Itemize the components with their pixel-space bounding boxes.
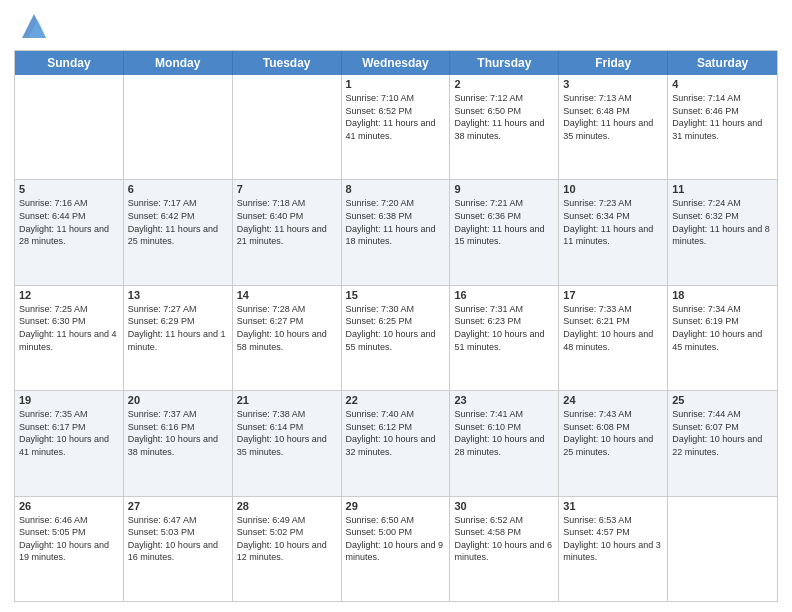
- day-number: 5: [19, 183, 119, 195]
- day-info: Sunrise: 7:37 AM Sunset: 6:16 PM Dayligh…: [128, 408, 228, 458]
- header: [14, 10, 778, 44]
- calendar-cell: 16Sunrise: 7:31 AM Sunset: 6:23 PM Dayli…: [450, 286, 559, 390]
- day-info: Sunrise: 6:47 AM Sunset: 5:03 PM Dayligh…: [128, 514, 228, 564]
- weekday-header-tuesday: Tuesday: [233, 51, 342, 75]
- day-info: Sunrise: 7:18 AM Sunset: 6:40 PM Dayligh…: [237, 197, 337, 247]
- day-info: Sunrise: 7:34 AM Sunset: 6:19 PM Dayligh…: [672, 303, 773, 353]
- day-number: 13: [128, 289, 228, 301]
- calendar-cell: 14Sunrise: 7:28 AM Sunset: 6:27 PM Dayli…: [233, 286, 342, 390]
- day-number: 18: [672, 289, 773, 301]
- day-info: Sunrise: 7:13 AM Sunset: 6:48 PM Dayligh…: [563, 92, 663, 142]
- calendar-cell: 5Sunrise: 7:16 AM Sunset: 6:44 PM Daylig…: [15, 180, 124, 284]
- day-number: 22: [346, 394, 446, 406]
- day-number: 11: [672, 183, 773, 195]
- day-number: 27: [128, 500, 228, 512]
- day-info: Sunrise: 7:14 AM Sunset: 6:46 PM Dayligh…: [672, 92, 773, 142]
- day-number: 12: [19, 289, 119, 301]
- calendar-row-1: 5Sunrise: 7:16 AM Sunset: 6:44 PM Daylig…: [15, 179, 777, 284]
- calendar-row-3: 19Sunrise: 7:35 AM Sunset: 6:17 PM Dayli…: [15, 390, 777, 495]
- calendar-cell: 17Sunrise: 7:33 AM Sunset: 6:21 PM Dayli…: [559, 286, 668, 390]
- calendar: SundayMondayTuesdayWednesdayThursdayFrid…: [14, 50, 778, 602]
- day-number: 4: [672, 78, 773, 90]
- day-info: Sunrise: 7:17 AM Sunset: 6:42 PM Dayligh…: [128, 197, 228, 247]
- calendar-cell: 29Sunrise: 6:50 AM Sunset: 5:00 PM Dayli…: [342, 497, 451, 601]
- day-number: 15: [346, 289, 446, 301]
- calendar-cell: 12Sunrise: 7:25 AM Sunset: 6:30 PM Dayli…: [15, 286, 124, 390]
- day-number: 24: [563, 394, 663, 406]
- calendar-cell: [668, 497, 777, 601]
- calendar-cell: 31Sunrise: 6:53 AM Sunset: 4:57 PM Dayli…: [559, 497, 668, 601]
- day-number: 20: [128, 394, 228, 406]
- calendar-cell: 4Sunrise: 7:14 AM Sunset: 6:46 PM Daylig…: [668, 75, 777, 179]
- calendar-cell: 10Sunrise: 7:23 AM Sunset: 6:34 PM Dayli…: [559, 180, 668, 284]
- day-number: 1: [346, 78, 446, 90]
- calendar-cell: 8Sunrise: 7:20 AM Sunset: 6:38 PM Daylig…: [342, 180, 451, 284]
- day-number: 30: [454, 500, 554, 512]
- calendar-cell: 11Sunrise: 7:24 AM Sunset: 6:32 PM Dayli…: [668, 180, 777, 284]
- calendar-cell: 26Sunrise: 6:46 AM Sunset: 5:05 PM Dayli…: [15, 497, 124, 601]
- day-number: 10: [563, 183, 663, 195]
- day-number: 6: [128, 183, 228, 195]
- day-info: Sunrise: 7:24 AM Sunset: 6:32 PM Dayligh…: [672, 197, 773, 247]
- day-info: Sunrise: 6:46 AM Sunset: 5:05 PM Dayligh…: [19, 514, 119, 564]
- calendar-cell: 2Sunrise: 7:12 AM Sunset: 6:50 PM Daylig…: [450, 75, 559, 179]
- calendar-cell: 21Sunrise: 7:38 AM Sunset: 6:14 PM Dayli…: [233, 391, 342, 495]
- day-number: 26: [19, 500, 119, 512]
- day-info: Sunrise: 7:43 AM Sunset: 6:08 PM Dayligh…: [563, 408, 663, 458]
- calendar-cell: 20Sunrise: 7:37 AM Sunset: 6:16 PM Dayli…: [124, 391, 233, 495]
- day-info: Sunrise: 7:40 AM Sunset: 6:12 PM Dayligh…: [346, 408, 446, 458]
- day-info: Sunrise: 7:20 AM Sunset: 6:38 PM Dayligh…: [346, 197, 446, 247]
- weekday-header-thursday: Thursday: [450, 51, 559, 75]
- day-info: Sunrise: 7:28 AM Sunset: 6:27 PM Dayligh…: [237, 303, 337, 353]
- day-info: Sunrise: 7:30 AM Sunset: 6:25 PM Dayligh…: [346, 303, 446, 353]
- weekday-header-sunday: Sunday: [15, 51, 124, 75]
- calendar-header: SundayMondayTuesdayWednesdayThursdayFrid…: [15, 51, 777, 75]
- calendar-row-4: 26Sunrise: 6:46 AM Sunset: 5:05 PM Dayli…: [15, 496, 777, 601]
- calendar-cell: 23Sunrise: 7:41 AM Sunset: 6:10 PM Dayli…: [450, 391, 559, 495]
- day-number: 3: [563, 78, 663, 90]
- day-number: 17: [563, 289, 663, 301]
- calendar-cell: [233, 75, 342, 179]
- calendar-cell: 19Sunrise: 7:35 AM Sunset: 6:17 PM Dayli…: [15, 391, 124, 495]
- day-number: 29: [346, 500, 446, 512]
- day-number: 7: [237, 183, 337, 195]
- weekday-header-wednesday: Wednesday: [342, 51, 451, 75]
- calendar-cell: 22Sunrise: 7:40 AM Sunset: 6:12 PM Dayli…: [342, 391, 451, 495]
- day-info: Sunrise: 7:10 AM Sunset: 6:52 PM Dayligh…: [346, 92, 446, 142]
- day-info: Sunrise: 7:38 AM Sunset: 6:14 PM Dayligh…: [237, 408, 337, 458]
- calendar-cell: 9Sunrise: 7:21 AM Sunset: 6:36 PM Daylig…: [450, 180, 559, 284]
- calendar-row-0: 1Sunrise: 7:10 AM Sunset: 6:52 PM Daylig…: [15, 75, 777, 179]
- calendar-cell: 13Sunrise: 7:27 AM Sunset: 6:29 PM Dayli…: [124, 286, 233, 390]
- calendar-cell: 15Sunrise: 7:30 AM Sunset: 6:25 PM Dayli…: [342, 286, 451, 390]
- calendar-cell: 27Sunrise: 6:47 AM Sunset: 5:03 PM Dayli…: [124, 497, 233, 601]
- calendar-cell: 7Sunrise: 7:18 AM Sunset: 6:40 PM Daylig…: [233, 180, 342, 284]
- day-info: Sunrise: 7:33 AM Sunset: 6:21 PM Dayligh…: [563, 303, 663, 353]
- calendar-cell: 18Sunrise: 7:34 AM Sunset: 6:19 PM Dayli…: [668, 286, 777, 390]
- calendar-row-2: 12Sunrise: 7:25 AM Sunset: 6:30 PM Dayli…: [15, 285, 777, 390]
- day-info: Sunrise: 7:27 AM Sunset: 6:29 PM Dayligh…: [128, 303, 228, 353]
- day-number: 31: [563, 500, 663, 512]
- day-number: 8: [346, 183, 446, 195]
- day-info: Sunrise: 6:49 AM Sunset: 5:02 PM Dayligh…: [237, 514, 337, 564]
- calendar-cell: 3Sunrise: 7:13 AM Sunset: 6:48 PM Daylig…: [559, 75, 668, 179]
- weekday-header-friday: Friday: [559, 51, 668, 75]
- calendar-cell: 30Sunrise: 6:52 AM Sunset: 4:58 PM Dayli…: [450, 497, 559, 601]
- calendar-cell: 24Sunrise: 7:43 AM Sunset: 6:08 PM Dayli…: [559, 391, 668, 495]
- day-number: 2: [454, 78, 554, 90]
- day-number: 28: [237, 500, 337, 512]
- calendar-cell: 28Sunrise: 6:49 AM Sunset: 5:02 PM Dayli…: [233, 497, 342, 601]
- day-info: Sunrise: 7:23 AM Sunset: 6:34 PM Dayligh…: [563, 197, 663, 247]
- day-number: 25: [672, 394, 773, 406]
- calendar-body: 1Sunrise: 7:10 AM Sunset: 6:52 PM Daylig…: [15, 75, 777, 601]
- day-info: Sunrise: 6:52 AM Sunset: 4:58 PM Dayligh…: [454, 514, 554, 564]
- day-number: 14: [237, 289, 337, 301]
- weekday-header-monday: Monday: [124, 51, 233, 75]
- logo: [14, 10, 50, 44]
- day-info: Sunrise: 7:44 AM Sunset: 6:07 PM Dayligh…: [672, 408, 773, 458]
- day-info: Sunrise: 7:21 AM Sunset: 6:36 PM Dayligh…: [454, 197, 554, 247]
- day-info: Sunrise: 7:16 AM Sunset: 6:44 PM Dayligh…: [19, 197, 119, 247]
- day-info: Sunrise: 6:53 AM Sunset: 4:57 PM Dayligh…: [563, 514, 663, 564]
- logo-icon: [18, 10, 50, 42]
- calendar-cell: 6Sunrise: 7:17 AM Sunset: 6:42 PM Daylig…: [124, 180, 233, 284]
- day-info: Sunrise: 7:41 AM Sunset: 6:10 PM Dayligh…: [454, 408, 554, 458]
